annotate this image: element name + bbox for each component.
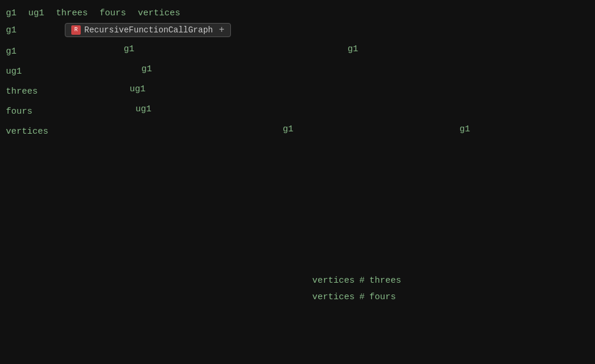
row-g1-positions: g1 g1 g1 [0, 43, 595, 63]
header-fours: fours [100, 8, 126, 18]
row-ug1: ug1 g1 [0, 63, 595, 83]
bottom-threes: threes [369, 276, 401, 286]
bottom-hash-1: # [359, 276, 365, 286]
vertices-g1-1: g1 [283, 124, 293, 134]
header-g1: g1 [6, 8, 16, 18]
bottom-hash-2: # [359, 292, 365, 302]
bottom-right-2: vertices # fours [312, 292, 396, 302]
bottom-fours: fours [369, 292, 396, 302]
header-vertices: vertices [138, 8, 180, 18]
badge-plus[interactable]: + [219, 25, 224, 35]
label-ug1: ug1 [6, 64, 65, 77]
row-g1-badge: g1 R RecursiveFunctionCallGraph + [0, 22, 595, 43]
row-vertices: vertices g1 g1 [0, 123, 595, 143]
label-g1-badge: g1 [6, 23, 65, 35]
header-row: g1 ug1 threes fours vertices [0, 5, 595, 22]
header-threes: threes [56, 8, 88, 18]
bottom-vertices-1: vertices [312, 276, 355, 286]
header-ug1: ug1 [28, 8, 44, 18]
vertices-g1-2: g1 [460, 124, 470, 134]
bottom-row-2: vertices # fours [0, 289, 595, 305]
row-fours: fours ug1 [0, 103, 595, 123]
label-vertices: vertices [6, 124, 65, 137]
badge-label: RecursiveFunctionCallGraph [84, 25, 213, 35]
ug1-g1: g1 [141, 64, 152, 74]
threes-ug1: ug1 [130, 84, 146, 94]
g1-pos2: g1 [348, 44, 358, 54]
badge-icon: R [71, 25, 81, 35]
label-g1: g1 [6, 44, 65, 57]
label-fours: fours [6, 104, 65, 117]
row-threes: threes ug1 [0, 83, 595, 103]
bottom-section: vertices # threes vertices # fours [0, 272, 595, 305]
fours-ug1: ug1 [135, 104, 151, 114]
bottom-right-1: vertices # threes [312, 276, 401, 286]
label-threes: threes [6, 84, 65, 97]
bottom-row-1: vertices # threes [0, 272, 595, 289]
main-container: g1 ug1 threes fours vertices g1 R Recurs… [0, 0, 595, 364]
g1-pos1: g1 [124, 44, 134, 54]
recursive-function-call-graph-badge[interactable]: R RecursiveFunctionCallGraph + [65, 23, 231, 37]
bottom-vertices-2: vertices [312, 292, 355, 302]
